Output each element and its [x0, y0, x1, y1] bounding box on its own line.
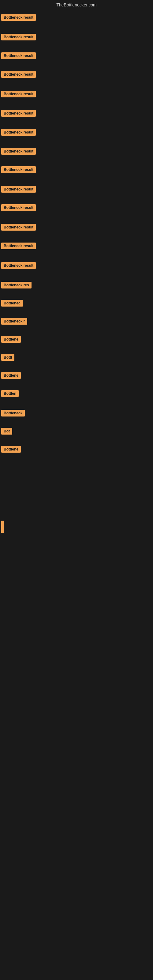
bottleneck-item-2: Bottleneck result — [0, 31, 153, 44]
bottleneck-item-11: Bottleneck result — [0, 202, 153, 215]
bottleneck-badge-6[interactable]: Bottleneck result — [1, 110, 36, 117]
site-title: TheBottlenecker.com — [0, 0, 153, 9]
bottleneck-item-15: Bottleneck res — [0, 279, 153, 292]
bottleneck-item-14: Bottleneck result — [0, 260, 153, 272]
bottleneck-badge-5[interactable]: Bottleneck result — [1, 91, 36, 97]
small-indicator-row — [0, 517, 153, 537]
bottleneck-item-19: Bottl — [0, 352, 153, 364]
bottleneck-badge-22[interactable]: Bottleneck — [1, 410, 25, 417]
bottleneck-badge-8[interactable]: Bottleneck result — [1, 148, 36, 155]
bottleneck-badge-18[interactable]: Bottlene — [1, 336, 21, 343]
bottleneck-item-3: Bottleneck result — [0, 50, 153, 63]
bottleneck-item-13: Bottleneck result — [0, 240, 153, 253]
bottleneck-item-22: Bottleneck — [0, 407, 153, 420]
bottleneck-badge-17[interactable]: Bottleneck r — [1, 318, 27, 325]
bottleneck-badge-4[interactable]: Bottleneck result — [1, 71, 36, 78]
bottleneck-item-1: Bottleneck result — [0, 12, 153, 24]
bottleneck-badge-1[interactable]: Bottleneck result — [1, 14, 36, 21]
bottleneck-item-21: Bottlen — [0, 388, 153, 401]
bottleneck-item-16: Bottlenec — [0, 298, 153, 310]
bottleneck-item-17: Bottleneck r — [0, 315, 153, 328]
bottleneck-badge-16[interactable]: Bottlenec — [1, 300, 23, 307]
bottleneck-item-9: Bottleneck result — [0, 164, 153, 177]
bottleneck-badge-10[interactable]: Bottleneck result — [1, 186, 36, 192]
bottleneck-badge-7[interactable]: Bottleneck result — [1, 129, 36, 136]
bottleneck-badge-12[interactable]: Bottleneck result — [1, 224, 36, 231]
bottleneck-item-12: Bottleneck result — [0, 221, 153, 234]
bottleneck-badge-13[interactable]: Bottleneck result — [1, 243, 36, 249]
bottleneck-item-7: Bottleneck result — [0, 126, 153, 139]
bottleneck-item-24: Bottlene — [0, 444, 153, 456]
small-indicator — [1, 520, 4, 533]
bottleneck-item-20: Bottlene — [0, 370, 153, 382]
bottleneck-badge-20[interactable]: Bottlene — [1, 372, 21, 379]
bottleneck-badge-3[interactable]: Bottleneck result — [1, 52, 36, 59]
bottleneck-badge-19[interactable]: Bottl — [1, 354, 14, 361]
bottleneck-badge-15[interactable]: Bottleneck res — [1, 282, 32, 288]
bottleneck-badge-24[interactable]: Bottlene — [1, 446, 21, 453]
bottleneck-item-18: Bottlene — [0, 334, 153, 346]
bottleneck-item-10: Bottleneck result — [0, 183, 153, 196]
bottleneck-item-4: Bottleneck result — [0, 68, 153, 81]
bottleneck-item-6: Bottleneck result — [0, 108, 153, 120]
bottleneck-item-8: Bottleneck result — [0, 145, 153, 158]
bottleneck-badge-11[interactable]: Bottleneck result — [1, 204, 36, 211]
bottleneck-item-23: Bot — [0, 425, 153, 438]
bottleneck-badge-9[interactable]: Bottleneck result — [1, 166, 36, 173]
bottleneck-item-5: Bottleneck result — [0, 88, 153, 101]
bottleneck-badge-21[interactable]: Bottlen — [1, 390, 19, 397]
bottleneck-badge-2[interactable]: Bottleneck result — [1, 34, 36, 40]
bottleneck-badge-14[interactable]: Bottleneck result — [1, 262, 36, 269]
bottleneck-badge-23[interactable]: Bot — [1, 428, 12, 434]
